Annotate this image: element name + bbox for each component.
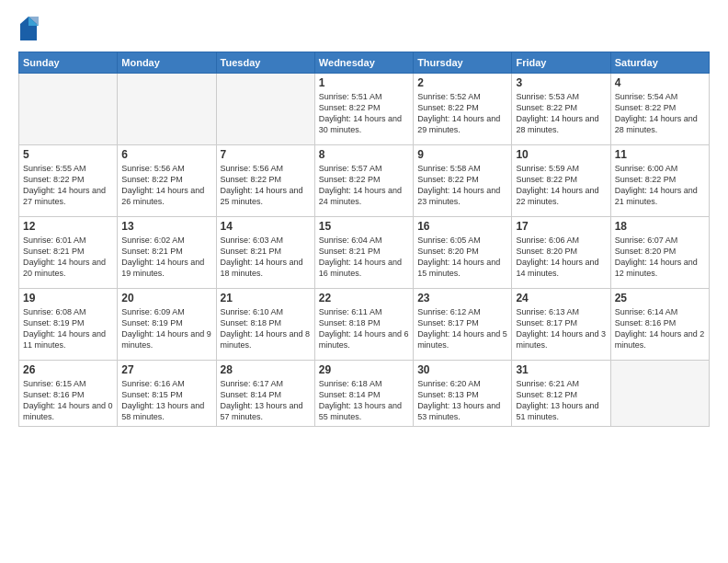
day-info: Sunrise: 6:07 AMSunset: 8:20 PMDaylight:… <box>615 235 705 280</box>
page: SundayMondayTuesdayWednesdayThursdayFrid… <box>0 0 728 563</box>
weekday-header-monday: Monday <box>118 52 216 74</box>
day-number: 12 <box>23 220 113 233</box>
day-info: Sunrise: 6:21 AMSunset: 8:12 PMDaylight:… <box>516 378 606 423</box>
calendar-cell: 24Sunrise: 6:13 AMSunset: 8:17 PMDayligh… <box>512 289 610 361</box>
day-info: Sunrise: 6:15 AMSunset: 8:16 PMDaylight:… <box>23 378 113 423</box>
weekday-header-thursday: Thursday <box>414 52 512 74</box>
day-number: 22 <box>319 292 409 304</box>
calendar-cell: 10Sunrise: 5:59 AMSunset: 8:22 PMDayligh… <box>512 145 610 217</box>
calendar-cell: 8Sunrise: 5:57 AMSunset: 8:22 PMDaylight… <box>314 145 413 217</box>
day-info: Sunrise: 6:11 AMSunset: 8:18 PMDaylight:… <box>319 306 409 351</box>
day-number: 28 <box>221 363 311 376</box>
day-number: 29 <box>319 363 409 376</box>
day-info: Sunrise: 5:55 AMSunset: 8:22 PMDaylight:… <box>23 163 113 208</box>
day-info: Sunrise: 6:01 AMSunset: 8:21 PMDaylight:… <box>23 235 113 280</box>
day-number: 6 <box>121 148 211 161</box>
logo-icon <box>18 15 39 42</box>
day-info: Sunrise: 5:51 AMSunset: 8:22 PMDaylight:… <box>319 91 409 136</box>
calendar-cell: 17Sunrise: 6:06 AMSunset: 8:20 PMDayligh… <box>512 217 610 289</box>
day-number: 10 <box>516 148 606 161</box>
day-info: Sunrise: 5:56 AMSunset: 8:22 PMDaylight:… <box>221 163 311 208</box>
week-row-4: 26Sunrise: 6:15 AMSunset: 8:16 PMDayligh… <box>19 361 710 427</box>
calendar-cell: 28Sunrise: 6:17 AMSunset: 8:14 PMDayligh… <box>216 361 314 427</box>
day-info: Sunrise: 6:05 AMSunset: 8:20 PMDaylight:… <box>417 235 507 280</box>
day-number: 20 <box>121 292 211 304</box>
calendar-cell: 27Sunrise: 6:16 AMSunset: 8:15 PMDayligh… <box>118 361 216 427</box>
calendar-cell: 20Sunrise: 6:09 AMSunset: 8:19 PMDayligh… <box>118 289 216 361</box>
day-info: Sunrise: 5:59 AMSunset: 8:22 PMDaylight:… <box>516 163 606 208</box>
day-number: 13 <box>121 220 211 233</box>
day-number: 23 <box>417 292 507 304</box>
calendar-cell: 5Sunrise: 5:55 AMSunset: 8:22 PMDaylight… <box>19 145 118 217</box>
day-number: 2 <box>417 76 507 89</box>
day-info: Sunrise: 5:54 AMSunset: 8:22 PMDaylight:… <box>615 91 705 136</box>
day-number: 18 <box>615 220 705 233</box>
day-number: 27 <box>121 363 211 376</box>
week-row-3: 19Sunrise: 6:08 AMSunset: 8:19 PMDayligh… <box>19 289 710 361</box>
day-info: Sunrise: 6:09 AMSunset: 8:19 PMDaylight:… <box>121 306 211 351</box>
day-number: 4 <box>615 76 705 89</box>
day-number: 19 <box>23 292 113 304</box>
calendar-cell <box>216 74 314 145</box>
day-number: 7 <box>221 148 311 161</box>
day-info: Sunrise: 6:20 AMSunset: 8:13 PMDaylight:… <box>417 378 507 423</box>
day-number: 16 <box>417 220 507 233</box>
calendar-cell: 4Sunrise: 5:54 AMSunset: 8:22 PMDaylight… <box>610 74 709 145</box>
calendar-cell: 21Sunrise: 6:10 AMSunset: 8:18 PMDayligh… <box>216 289 314 361</box>
day-info: Sunrise: 6:10 AMSunset: 8:18 PMDaylight:… <box>221 306 311 351</box>
week-row-0: 1Sunrise: 5:51 AMSunset: 8:22 PMDaylight… <box>19 74 710 145</box>
day-info: Sunrise: 6:02 AMSunset: 8:21 PMDaylight:… <box>121 235 211 280</box>
calendar-cell <box>118 74 216 145</box>
day-info: Sunrise: 5:52 AMSunset: 8:22 PMDaylight:… <box>417 91 507 136</box>
day-number: 5 <box>23 148 113 161</box>
day-info: Sunrise: 6:08 AMSunset: 8:19 PMDaylight:… <box>23 306 113 351</box>
day-number: 1 <box>319 76 409 89</box>
calendar-cell: 23Sunrise: 6:12 AMSunset: 8:17 PMDayligh… <box>414 289 512 361</box>
calendar-cell: 12Sunrise: 6:01 AMSunset: 8:21 PMDayligh… <box>19 217 118 289</box>
calendar-cell: 7Sunrise: 5:56 AMSunset: 8:22 PMDaylight… <box>216 145 314 217</box>
calendar-cell: 11Sunrise: 6:00 AMSunset: 8:22 PMDayligh… <box>610 145 709 217</box>
day-info: Sunrise: 6:12 AMSunset: 8:17 PMDaylight:… <box>417 306 507 351</box>
calendar-cell: 15Sunrise: 6:04 AMSunset: 8:21 PMDayligh… <box>314 217 413 289</box>
day-info: Sunrise: 6:00 AMSunset: 8:22 PMDaylight:… <box>615 163 705 208</box>
day-info: Sunrise: 5:56 AMSunset: 8:22 PMDaylight:… <box>121 163 211 208</box>
calendar-cell: 31Sunrise: 6:21 AMSunset: 8:12 PMDayligh… <box>512 361 610 427</box>
day-info: Sunrise: 6:17 AMSunset: 8:14 PMDaylight:… <box>221 378 311 423</box>
weekday-header-tuesday: Tuesday <box>216 52 314 74</box>
header <box>18 15 710 42</box>
day-number: 30 <box>417 363 507 376</box>
calendar-cell: 1Sunrise: 5:51 AMSunset: 8:22 PMDaylight… <box>314 74 413 145</box>
calendar-cell: 2Sunrise: 5:52 AMSunset: 8:22 PMDaylight… <box>414 74 512 145</box>
day-info: Sunrise: 5:53 AMSunset: 8:22 PMDaylight:… <box>516 91 606 136</box>
day-info: Sunrise: 6:03 AMSunset: 8:21 PMDaylight:… <box>221 235 311 280</box>
day-info: Sunrise: 6:16 AMSunset: 8:15 PMDaylight:… <box>121 378 211 423</box>
day-info: Sunrise: 6:06 AMSunset: 8:20 PMDaylight:… <box>516 235 606 280</box>
day-info: Sunrise: 6:04 AMSunset: 8:21 PMDaylight:… <box>319 235 409 280</box>
weekday-header-friday: Friday <box>512 52 610 74</box>
day-info: Sunrise: 5:58 AMSunset: 8:22 PMDaylight:… <box>417 163 507 208</box>
weekday-header-sunday: Sunday <box>19 52 118 74</box>
day-number: 8 <box>319 148 409 161</box>
day-number: 31 <box>516 363 606 376</box>
calendar-cell <box>19 74 118 145</box>
calendar-cell: 26Sunrise: 6:15 AMSunset: 8:16 PMDayligh… <box>19 361 118 427</box>
day-info: Sunrise: 5:57 AMSunset: 8:22 PMDaylight:… <box>319 163 409 208</box>
calendar-cell: 3Sunrise: 5:53 AMSunset: 8:22 PMDaylight… <box>512 74 610 145</box>
calendar-cell: 16Sunrise: 6:05 AMSunset: 8:20 PMDayligh… <box>414 217 512 289</box>
day-number: 11 <box>615 148 705 161</box>
week-row-2: 12Sunrise: 6:01 AMSunset: 8:21 PMDayligh… <box>19 217 710 289</box>
calendar-cell: 29Sunrise: 6:18 AMSunset: 8:14 PMDayligh… <box>314 361 413 427</box>
weekday-header-wednesday: Wednesday <box>314 52 413 74</box>
day-number: 17 <box>516 220 606 233</box>
day-number: 21 <box>221 292 311 304</box>
weekday-header-saturday: Saturday <box>610 52 709 74</box>
calendar-cell: 9Sunrise: 5:58 AMSunset: 8:22 PMDaylight… <box>414 145 512 217</box>
calendar-cell: 6Sunrise: 5:56 AMSunset: 8:22 PMDaylight… <box>118 145 216 217</box>
day-number: 24 <box>516 292 606 304</box>
day-info: Sunrise: 6:14 AMSunset: 8:16 PMDaylight:… <box>615 306 705 351</box>
calendar-cell <box>610 361 709 427</box>
calendar-cell: 19Sunrise: 6:08 AMSunset: 8:19 PMDayligh… <box>19 289 118 361</box>
day-number: 26 <box>23 363 113 376</box>
day-number: 14 <box>221 220 311 233</box>
calendar-cell: 13Sunrise: 6:02 AMSunset: 8:21 PMDayligh… <box>118 217 216 289</box>
